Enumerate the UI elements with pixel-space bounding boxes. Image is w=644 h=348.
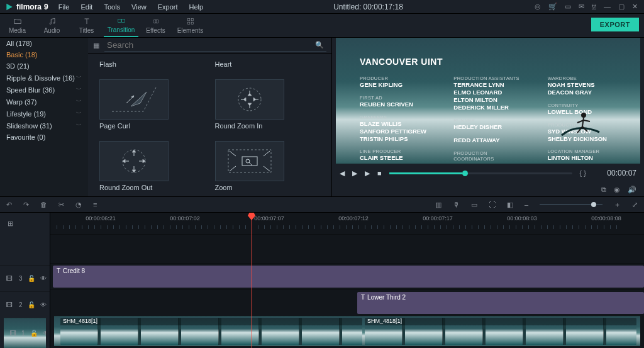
tab-transition[interactable]: Transition: [104, 13, 138, 37]
thumb-round-zoom-in[interactable]: Round Zoom In: [215, 79, 321, 130]
category-item[interactable]: Basic (18): [0, 49, 88, 60]
mail-icon[interactable]: ✉: [579, 3, 584, 11]
thumb-flash[interactable]: Flash: [99, 60, 205, 68]
film-icon: 🎞: [10, 330, 16, 337]
zoom-out-icon[interactable]: –: [525, 201, 528, 208]
thumb-round-zoom-out[interactable]: Round Zoom Out: [99, 141, 205, 191]
redo-icon[interactable]: ↷: [23, 201, 29, 209]
volume-icon[interactable]: 🔊: [628, 186, 636, 194]
thumb-heart[interactable]: Heart: [215, 60, 321, 68]
round-zoom-in-icon: [231, 84, 269, 115]
delete-icon[interactable]: 🗑: [40, 201, 47, 208]
export-button[interactable]: EXPORT: [591, 18, 639, 31]
menu-file[interactable]: File: [53, 1, 75, 13]
menu-tools[interactable]: Tools: [99, 1, 125, 13]
tab-effects[interactable]: Effects: [138, 13, 173, 37]
thumb-zoom-img: [215, 141, 284, 181]
zoom-slider[interactable]: [540, 204, 602, 205]
minimize-icon[interactable]: —: [604, 3, 611, 11]
category-item[interactable]: All (178): [0, 38, 88, 49]
progress-bar[interactable]: [389, 172, 572, 174]
undo-icon[interactable]: ↶: [6, 201, 12, 209]
playhead[interactable]: [252, 213, 252, 348]
marker-icon[interactable]: ◔: [75, 201, 82, 209]
search-icon[interactable]: 🔍: [315, 41, 324, 49]
timeline-ruler[interactable]: 00:00:06:2100:00:07:0200:00:07:0700:00:0…: [50, 213, 644, 234]
category-item[interactable]: 3D (21): [0, 60, 88, 72]
track-3[interactable]: T Credit 8: [50, 263, 644, 289]
play-button[interactable]: ▶: [352, 169, 357, 177]
svg-rect-7: [191, 18, 194, 20]
lock-icon[interactable]: 🔓: [28, 301, 35, 308]
fit-icon[interactable]: ⤢: [632, 201, 638, 209]
thumb-page-curl[interactable]: Page Curl: [99, 79, 205, 130]
account-icon[interactable]: ◎: [535, 3, 541, 11]
eye-icon[interactable]: 👁: [43, 330, 46, 337]
notebook-icon[interactable]: ▭: [565, 3, 571, 11]
clip-video-b[interactable]: SHM_4818[1]: [365, 318, 636, 345]
transport-bar: ◀ ▶ ▶ ■ { } 00:00:07: [332, 164, 644, 182]
timeline-toolbar: ↶ ↷ 🗑 ✂ ◔ ≡ ▥ 🎙 ▭ ⛶ ◧ – ＋ ⤢: [0, 196, 644, 213]
cart-icon[interactable]: 🛒: [548, 3, 557, 11]
clip-credit-8[interactable]: T Credit 8: [53, 266, 644, 288]
track-header-1[interactable]: 🎞 1 🔓 👁: [4, 318, 46, 348]
clip-video-a[interactable]: SHM_4818[1]: [60, 318, 362, 345]
menu-export[interactable]: Export: [153, 1, 183, 13]
film-icon: 🎞: [6, 275, 14, 283]
settings-icon[interactable]: ≡: [93, 201, 97, 208]
snapshot-icon[interactable]: ⧉: [601, 186, 606, 194]
timeline-gutter: ⊞ 🎞 3 🔓 👁 🎞 2 🔓 👁 🎞 1 🔓 👁: [0, 213, 50, 348]
thumb-round-zoom-in-img: [215, 79, 284, 120]
record-icon[interactable]: ◉: [614, 186, 620, 194]
tab-audio[interactable]: Audio: [35, 13, 69, 37]
thumb-grid: Flash Heart Page Curl: [88, 54, 331, 196]
thumb-page-curl-img: [99, 79, 169, 120]
maximize-icon[interactable]: ▢: [618, 3, 625, 11]
clip-lower-third-2[interactable]: T Lower Third 2: [357, 292, 644, 314]
tab-transition-label: Transition: [108, 26, 135, 33]
clip-lower-third-2-label: Lower Third 2: [367, 294, 406, 301]
eye-icon[interactable]: 👁: [40, 275, 47, 282]
track-header-2[interactable]: 🎞 2 🔓 👁: [0, 291, 50, 318]
add-track-button[interactable]: ⊞: [0, 213, 50, 234]
close-icon[interactable]: ✕: [632, 3, 638, 11]
progress-knob[interactable]: [462, 171, 468, 176]
prev-button[interactable]: ◀: [340, 169, 345, 177]
menu-help[interactable]: Help: [184, 1, 209, 13]
lock-icon[interactable]: 🔓: [28, 275, 35, 282]
category-item[interactable]: Slideshow (31)﹀: [0, 120, 88, 132]
render-icon[interactable]: ▭: [471, 201, 477, 209]
clip-video-a-label: SHM_4818[1]: [63, 318, 97, 324]
braces-indicator[interactable]: { }: [580, 169, 586, 177]
thumb-zoom[interactable]: Zoom: [215, 141, 321, 191]
tab-elements[interactable]: Elements: [173, 13, 208, 37]
zoom-in-icon[interactable]: ＋: [614, 200, 621, 210]
preview-video[interactable]: VANCOUVER UINT PRODUCERGENE KIPLINGFIRST…: [336, 38, 640, 164]
track-1[interactable]: SHM_4818[1] SHM_4818[1]: [54, 316, 640, 346]
menu-edit[interactable]: Edit: [75, 1, 97, 13]
category-item[interactable]: Lifestyle (19)﹀: [0, 108, 88, 120]
cut-icon[interactable]: ✂: [58, 201, 64, 209]
category-item[interactable]: Ripple & Dissolve (16)﹀: [0, 72, 88, 84]
track-2[interactable]: T Lower Third 2: [50, 289, 644, 316]
search-input[interactable]: [104, 39, 326, 52]
tab-media[interactable]: Media: [0, 13, 35, 37]
track-header-3[interactable]: 🎞 3 🔓 👁: [0, 265, 50, 291]
voice-icon[interactable]: 🎙: [453, 201, 460, 208]
grid-view-icon[interactable]: ▦: [93, 42, 99, 50]
category-item[interactable]: Speed Blur (36)﹀: [0, 84, 88, 96]
zoom-knob[interactable]: [591, 202, 596, 207]
next-button[interactable]: ▶: [365, 169, 370, 177]
tab-titles[interactable]: Titles: [69, 13, 104, 37]
mic-icon[interactable]: ⍔: [592, 3, 596, 11]
category-item[interactable]: Warp (37)﹀: [0, 96, 88, 108]
lock-icon[interactable]: 🔓: [30, 330, 38, 337]
timeline-body[interactable]: 00:00:06:2100:00:07:0200:00:07:0700:00:0…: [50, 213, 644, 348]
mixer-icon[interactable]: ▥: [435, 201, 441, 209]
menu-view[interactable]: View: [126, 1, 152, 13]
category-item[interactable]: Favourite (0): [0, 132, 88, 143]
crop-icon[interactable]: ⛶: [489, 201, 496, 208]
marker2-icon[interactable]: ◧: [507, 201, 513, 209]
stop-button[interactable]: ■: [377, 169, 382, 177]
eye-icon[interactable]: 👁: [40, 301, 47, 308]
